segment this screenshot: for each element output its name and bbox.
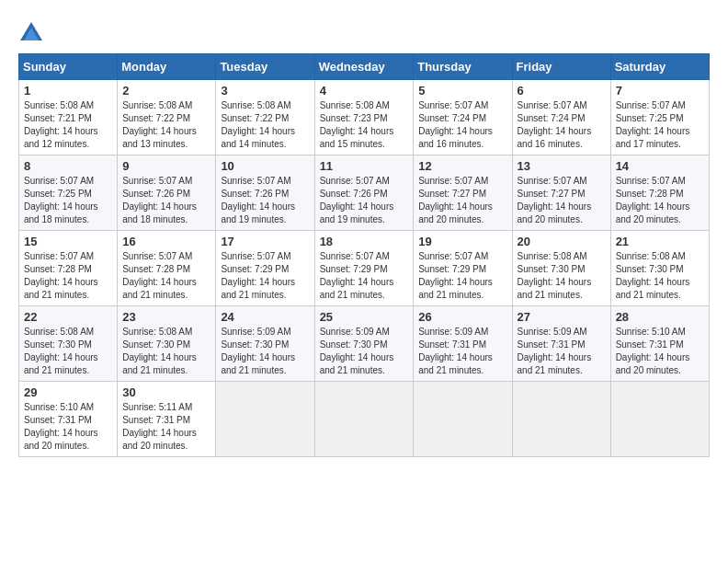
day-info: Sunrise: 5:07 AMSunset: 7:28 PMDaylight:…: [616, 175, 704, 226]
logo-icon: [18, 18, 44, 44]
day-info: Sunrise: 5:07 AMSunset: 7:25 PMDaylight:…: [24, 175, 112, 226]
day-info: Sunrise: 5:07 AMSunset: 7:27 PMDaylight:…: [518, 175, 606, 226]
day-info: Sunrise: 5:09 AMSunset: 7:31 PMDaylight:…: [418, 326, 506, 377]
day-info: Sunrise: 5:09 AMSunset: 7:31 PMDaylight:…: [518, 326, 606, 377]
calendar-cell: 18Sunrise: 5:07 AMSunset: 7:29 PMDayligh…: [314, 231, 414, 306]
weekday-header-tuesday: Tuesday: [216, 54, 314, 80]
day-number: 4: [320, 84, 409, 98]
day-number: 16: [122, 235, 210, 248]
calendar-cell: 14Sunrise: 5:07 AMSunset: 7:28 PMDayligh…: [610, 155, 709, 231]
day-info: Sunrise: 5:07 AMSunset: 7:24 PMDaylight:…: [418, 99, 506, 151]
weekday-header-friday: Friday: [512, 54, 610, 80]
day-info: Sunrise: 5:08 AMSunset: 7:30 PMDaylight:…: [518, 250, 606, 302]
calendar-cell: 5Sunrise: 5:07 AMSunset: 7:24 PMDaylight…: [414, 80, 512, 155]
weekday-header-sunday: Sunday: [19, 54, 118, 80]
day-number: 20: [518, 235, 606, 248]
calendar-week-row: 8Sunrise: 5:07 AMSunset: 7:25 PMDaylight…: [19, 155, 710, 231]
day-number: 23: [122, 310, 210, 324]
day-number: 9: [122, 159, 210, 173]
calendar-cell: 4Sunrise: 5:08 AMSunset: 7:23 PMDaylight…: [314, 80, 414, 155]
weekday-header-saturday: Saturday: [610, 54, 709, 80]
day-number: 25: [320, 310, 409, 324]
day-info: Sunrise: 5:07 AMSunset: 7:27 PMDaylight:…: [418, 175, 506, 226]
day-info: Sunrise: 5:07 AMSunset: 7:29 PMDaylight:…: [418, 250, 506, 302]
day-info: Sunrise: 5:07 AMSunset: 7:29 PMDaylight:…: [320, 250, 409, 302]
day-info: Sunrise: 5:07 AMSunset: 7:29 PMDaylight:…: [221, 250, 309, 302]
calendar-cell: [414, 382, 512, 457]
calendar-cell: 30Sunrise: 5:11 AMSunset: 7:31 PMDayligh…: [118, 382, 216, 457]
calendar-table: SundayMondayTuesdayWednesdayThursdayFrid…: [18, 53, 710, 457]
calendar-cell: [512, 382, 610, 457]
day-info: Sunrise: 5:08 AMSunset: 7:22 PMDaylight:…: [221, 99, 309, 151]
day-info: Sunrise: 5:07 AMSunset: 7:26 PMDaylight:…: [221, 175, 309, 226]
day-number: 30: [122, 385, 210, 399]
calendar-cell: [216, 382, 314, 457]
day-info: Sunrise: 5:08 AMSunset: 7:23 PMDaylight:…: [320, 99, 409, 151]
day-number: 14: [616, 159, 704, 173]
calendar-cell: 3Sunrise: 5:08 AMSunset: 7:22 PMDaylight…: [216, 80, 314, 155]
weekday-header-wednesday: Wednesday: [314, 54, 414, 80]
calendar-cell: 21Sunrise: 5:08 AMSunset: 7:30 PMDayligh…: [610, 231, 709, 306]
weekday-header-thursday: Thursday: [414, 54, 512, 80]
calendar-cell: [610, 382, 709, 457]
calendar-cell: 13Sunrise: 5:07 AMSunset: 7:27 PMDayligh…: [512, 155, 610, 231]
calendar-cell: 7Sunrise: 5:07 AMSunset: 7:25 PMDaylight…: [610, 80, 709, 155]
day-number: 7: [616, 84, 704, 98]
day-number: 3: [221, 84, 309, 98]
day-number: 8: [24, 159, 112, 173]
day-number: 22: [24, 310, 112, 324]
day-number: 21: [616, 235, 704, 248]
day-info: Sunrise: 5:07 AMSunset: 7:24 PMDaylight:…: [518, 99, 606, 151]
day-info: Sunrise: 5:07 AMSunset: 7:26 PMDaylight:…: [122, 175, 210, 226]
calendar-cell: 19Sunrise: 5:07 AMSunset: 7:29 PMDayligh…: [414, 231, 512, 306]
calendar-cell: 24Sunrise: 5:09 AMSunset: 7:30 PMDayligh…: [216, 306, 314, 382]
day-number: 19: [418, 235, 506, 248]
day-number: 12: [418, 159, 506, 173]
logo: [18, 18, 48, 44]
day-number: 29: [24, 385, 112, 399]
calendar-cell: 17Sunrise: 5:07 AMSunset: 7:29 PMDayligh…: [216, 231, 314, 306]
day-info: Sunrise: 5:09 AMSunset: 7:30 PMDaylight:…: [221, 326, 309, 377]
day-number: 5: [418, 84, 506, 98]
calendar-week-row: 22Sunrise: 5:08 AMSunset: 7:30 PMDayligh…: [19, 306, 710, 382]
day-number: 1: [24, 84, 112, 98]
calendar-cell: 20Sunrise: 5:08 AMSunset: 7:30 PMDayligh…: [512, 231, 610, 306]
day-number: 6: [518, 84, 606, 98]
calendar-cell: 26Sunrise: 5:09 AMSunset: 7:31 PMDayligh…: [414, 306, 512, 382]
calendar-cell: 29Sunrise: 5:10 AMSunset: 7:31 PMDayligh…: [19, 382, 118, 457]
day-number: 11: [320, 159, 409, 173]
day-info: Sunrise: 5:08 AMSunset: 7:30 PMDaylight:…: [24, 326, 112, 377]
calendar-week-row: 15Sunrise: 5:07 AMSunset: 7:28 PMDayligh…: [19, 231, 710, 306]
day-info: Sunrise: 5:10 AMSunset: 7:31 PMDaylight:…: [616, 326, 704, 377]
day-number: 18: [320, 235, 409, 248]
day-info: Sunrise: 5:10 AMSunset: 7:31 PMDaylight:…: [24, 401, 112, 453]
calendar-cell: 15Sunrise: 5:07 AMSunset: 7:28 PMDayligh…: [19, 231, 118, 306]
calendar-cell: 16Sunrise: 5:07 AMSunset: 7:28 PMDayligh…: [118, 231, 216, 306]
day-number: 15: [24, 235, 112, 248]
calendar-cell: 23Sunrise: 5:08 AMSunset: 7:30 PMDayligh…: [118, 306, 216, 382]
calendar-cell: 10Sunrise: 5:07 AMSunset: 7:26 PMDayligh…: [216, 155, 314, 231]
calendar-cell: 25Sunrise: 5:09 AMSunset: 7:30 PMDayligh…: [314, 306, 414, 382]
day-number: 10: [221, 159, 309, 173]
day-info: Sunrise: 5:08 AMSunset: 7:30 PMDaylight:…: [616, 250, 704, 302]
day-info: Sunrise: 5:07 AMSunset: 7:28 PMDaylight:…: [122, 250, 210, 302]
day-number: 13: [518, 159, 606, 173]
day-info: Sunrise: 5:07 AMSunset: 7:25 PMDaylight:…: [616, 99, 704, 151]
day-info: Sunrise: 5:08 AMSunset: 7:21 PMDaylight:…: [24, 99, 112, 151]
day-info: Sunrise: 5:11 AMSunset: 7:31 PMDaylight:…: [122, 401, 210, 453]
day-info: Sunrise: 5:07 AMSunset: 7:26 PMDaylight:…: [320, 175, 409, 226]
weekday-header-monday: Monday: [118, 54, 216, 80]
calendar-cell: 2Sunrise: 5:08 AMSunset: 7:22 PMDaylight…: [118, 80, 216, 155]
calendar-week-row: 29Sunrise: 5:10 AMSunset: 7:31 PMDayligh…: [19, 382, 710, 457]
day-number: 26: [418, 310, 506, 324]
calendar-cell: 6Sunrise: 5:07 AMSunset: 7:24 PMDaylight…: [512, 80, 610, 155]
calendar-cell: 28Sunrise: 5:10 AMSunset: 7:31 PMDayligh…: [610, 306, 709, 382]
day-number: 24: [221, 310, 309, 324]
day-number: 28: [616, 310, 704, 324]
weekday-header-row: SundayMondayTuesdayWednesdayThursdayFrid…: [19, 54, 710, 80]
calendar-cell: 1Sunrise: 5:08 AMSunset: 7:21 PMDaylight…: [19, 80, 118, 155]
day-number: 27: [518, 310, 606, 324]
page-header: [18, 18, 710, 44]
calendar-cell: 27Sunrise: 5:09 AMSunset: 7:31 PMDayligh…: [512, 306, 610, 382]
calendar-week-row: 1Sunrise: 5:08 AMSunset: 7:21 PMDaylight…: [19, 80, 710, 155]
